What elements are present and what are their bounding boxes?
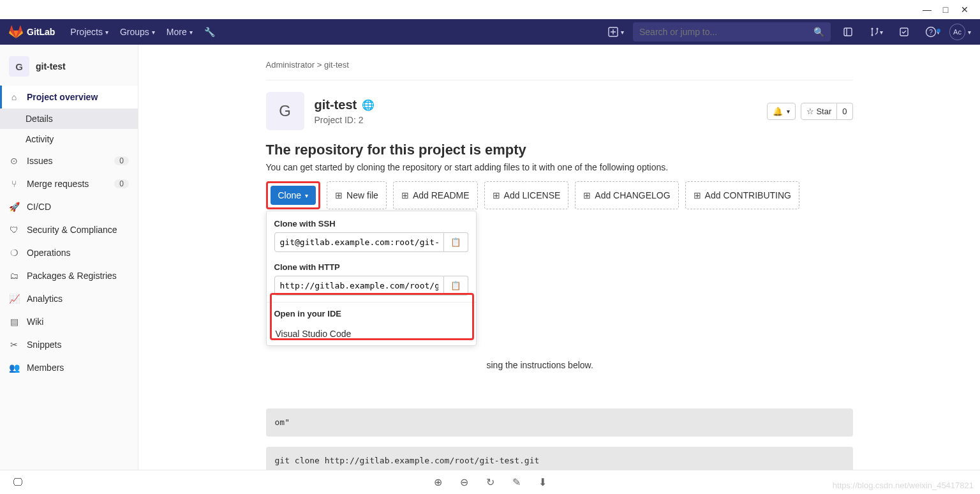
chevron-down-icon: ▾: [105, 29, 108, 36]
ide-vscode[interactable]: Visual Studio Code: [274, 325, 468, 343]
chevron-down-icon: ▾: [880, 29, 883, 36]
new-menu[interactable]: ▾: [605, 24, 627, 40]
refresh-icon[interactable]: ↻: [486, 476, 494, 488]
code-block-config: om": [266, 408, 853, 437]
sidebar-item-operations[interactable]: ❍ Operations: [0, 241, 138, 264]
gitlab-logo[interactable]: GitLab: [9, 25, 55, 39]
svg-point-2: [871, 28, 873, 30]
clone-ssh-label: Clone with SSH: [274, 219, 468, 228]
user-menu[interactable]: Ac ▾: [949, 24, 971, 40]
sidebar-item-issues[interactable]: ⊙ Issues 0: [0, 149, 138, 172]
window-close[interactable]: ✕: [961, 4, 969, 15]
sidebar-item-cicd[interactable]: 🚀 CI/CD: [0, 195, 138, 218]
window-minimize[interactable]: —: [923, 4, 930, 15]
shield-icon: 🛡: [9, 225, 19, 235]
add-license-button[interactable]: ⊞Add LICENSE: [484, 181, 569, 209]
new-file-button[interactable]: ⊞New file: [327, 181, 387, 209]
svg-text:?: ?: [929, 29, 933, 36]
sidebar-badge: 0: [114, 156, 129, 165]
zoom-in-icon[interactable]: ⊕: [434, 476, 442, 488]
sidebar-item-packages[interactable]: 🗂 Packages & Registries: [0, 264, 138, 287]
copy-http-button[interactable]: 📋: [444, 276, 468, 296]
plus-square-icon: ⊞: [401, 190, 409, 200]
annotation-highlight-clone: Clone ▾: [266, 181, 321, 209]
add-readme-button[interactable]: ⊞Add README: [393, 181, 478, 209]
sidebar-project-header[interactable]: G git-test: [0, 51, 138, 86]
sidebar-item-snippets[interactable]: ✂ Snippets: [0, 333, 138, 356]
clipboard-icon: 📋: [450, 237, 461, 247]
download-icon[interactable]: ⬇: [538, 476, 547, 488]
sidebar-item-wiki[interactable]: ▤ Wiki: [0, 310, 138, 333]
copy-ssh-button[interactable]: 📋: [444, 232, 468, 252]
todos-icon[interactable]: [893, 27, 915, 37]
svg-point-4: [876, 28, 878, 30]
star-button[interactable]: ☆ Star: [801, 103, 837, 120]
breadcrumb-owner[interactable]: Administrator: [266, 60, 315, 70]
admin-wrench-icon[interactable]: 🔧: [204, 27, 215, 37]
merge-icon: ⑂: [9, 179, 19, 189]
watermark: https://blog.csdn.net/weixin_45417821: [833, 481, 974, 490]
chevron-down-icon: ▾: [152, 29, 155, 36]
sidebar-item-label: Members: [27, 363, 64, 373]
nav-more[interactable]: More▾: [167, 27, 193, 37]
window-maximize[interactable]: □: [942, 4, 949, 15]
zoom-out-icon[interactable]: ⊖: [460, 476, 468, 488]
svg-rect-5: [900, 28, 908, 36]
plus-square-icon: ⊞: [694, 190, 701, 200]
sidebar-item-members[interactable]: 👥 Members: [0, 356, 138, 379]
nav-groups[interactable]: Groups▾: [120, 27, 155, 37]
sidebar-item-analytics[interactable]: 📈 Analytics: [0, 287, 138, 310]
svg-point-3: [871, 34, 873, 36]
sidebar-item-label: Operations: [27, 248, 70, 258]
sidebar-item-label: Security & Compliance: [27, 225, 117, 235]
add-contributing-button[interactable]: ⊞Add CONTRIBUTING: [685, 181, 799, 209]
search-icon: 🔍: [813, 27, 824, 37]
breadcrumb-project[interactable]: git-test: [324, 60, 349, 70]
clone-http-input[interactable]: [274, 276, 444, 296]
brand-label: GitLab: [27, 27, 55, 37]
sidebar-item-label: Merge requests: [27, 179, 89, 189]
sidebar-item-details[interactable]: Details: [0, 109, 138, 129]
operations-icon: ❍: [9, 248, 19, 258]
gitlab-icon: [9, 25, 23, 39]
chevron-down-icon: ▾: [787, 108, 790, 115]
plus-square-icon: ⊞: [335, 190, 343, 200]
sidebar-badge: 0: [114, 179, 129, 188]
window-split-icon[interactable]: 🖵: [13, 477, 23, 488]
chevron-down-icon: ▾: [937, 29, 940, 36]
sidebar-item-label: Snippets: [27, 340, 61, 350]
empty-state-heading: The repository for this project is empty: [266, 142, 853, 158]
visibility-public-icon: 🌐: [362, 99, 375, 111]
help-icon[interactable]: ? ▾: [921, 26, 943, 38]
breadcrumb: Administrator > git-test: [266, 56, 853, 80]
plus-square-icon: ⊞: [583, 190, 591, 200]
sidebar-item-activity[interactable]: Activity: [0, 129, 138, 149]
book-icon: ▤: [9, 317, 19, 327]
sidebar-item-merge-requests[interactable]: ⑂ Merge requests 0: [0, 172, 138, 195]
global-search[interactable]: 🔍: [633, 22, 831, 41]
issues-shortcut-icon[interactable]: [837, 27, 859, 37]
clone-ssh-input[interactable]: [274, 232, 444, 252]
nav-projects[interactable]: Projects▾: [70, 27, 108, 37]
rocket-icon: 🚀: [9, 202, 19, 212]
scissors-icon: ✂: [9, 340, 19, 350]
topnav: GitLab Projects▾ Groups▾ More▾ 🔧 ▾ 🔍 ▾ ?…: [0, 19, 980, 45]
sidebar-item-overview[interactable]: ⌂ Project overview: [0, 86, 138, 109]
chevron-down-icon: ▾: [305, 192, 308, 199]
clone-http-label: Clone with HTTP: [274, 262, 468, 272]
users-icon: 👥: [9, 363, 19, 373]
sidebar-item-label: Details: [26, 114, 53, 124]
sidebar-item-security[interactable]: 🛡 Security & Compliance: [0, 218, 138, 241]
edit-icon[interactable]: ✎: [512, 476, 521, 488]
project-avatar: G: [9, 56, 29, 77]
clone-dropdown: Clone with SSH 📋 Clone with HTTP 📋: [266, 211, 477, 346]
add-changelog-button[interactable]: ⊞Add CHANGELOG: [575, 181, 678, 209]
merge-requests-shortcut-icon[interactable]: ▾: [865, 27, 887, 37]
notifications-button[interactable]: 🔔 ▾: [767, 103, 796, 120]
plus-square-icon: [608, 27, 618, 37]
search-input[interactable]: [639, 27, 813, 37]
chevron-down-icon: ▾: [621, 29, 624, 36]
code-block-clone: git clone http://gitlab.example.com/root…: [266, 447, 853, 470]
clone-button[interactable]: Clone ▾: [271, 186, 316, 205]
package-icon: 🗂: [9, 271, 19, 281]
